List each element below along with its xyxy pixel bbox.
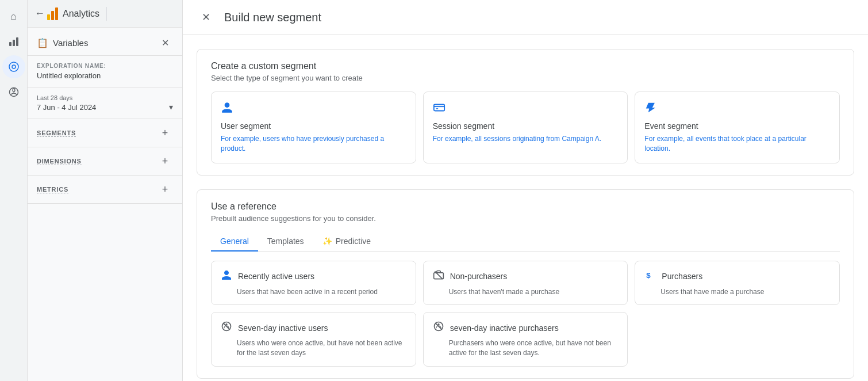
recently-active-icon [221,269,232,284]
logo-bar-1 [47,14,50,20]
svg-point-4 [12,65,16,68]
predictive-icon: ✨ [322,237,332,246]
seven-day-inactive-desc: Users who were once active, but have not… [221,338,406,358]
purchasers-header: $ Purchasers [644,269,830,284]
segments-row: SEGMENTS + [28,119,182,147]
nav-home-icon[interactable]: ⌂ [2,5,25,28]
purchasers-card[interactable]: $ Purchasers Users that have made a purc… [635,261,840,306]
dimensions-row: DIMENSIONS + [28,147,182,176]
user-segment-icon [221,101,406,117]
modal-title: Build new segment [224,11,321,24]
custom-segment-section: Create a custom segment Select the type … [197,49,854,176]
recently-active-card[interactable]: Recently active users Users that have be… [211,261,416,306]
exploration-label: EXPLORATION NAME: [37,63,173,69]
tab-predictive[interactable]: ✨ Predictive [313,232,380,252]
custom-segment-heading: Create a custom segment [211,61,840,71]
purchasers-desc: Users that have made a purchase [644,287,830,297]
user-segment-title: User segment [221,121,406,131]
variables-header: 📋 Variables ✕ [28,28,182,56]
metrics-row: METRICS + [28,176,182,204]
seven-day-inactive-header: Seven-day inactive users [221,321,406,335]
date-label: Last 28 days [37,94,173,101]
dimensions-label: DIMENSIONS [37,158,82,165]
event-segment-card[interactable]: Event segment For example, all events th… [635,92,840,163]
main-content: ✕ Build new segment Create a custom segm… [183,0,868,381]
variables-label: Variables [53,38,88,48]
svg-point-3 [9,62,18,71]
tab-templates[interactable]: Templates [258,232,313,252]
left-navigation: ⌂ [0,0,28,381]
logo-icon [47,7,58,20]
date-range-section[interactable]: Last 28 days 7 Jun - 4 Jul 2024 ▾ [28,87,182,119]
svg-text:$: $ [647,271,651,280]
modal-panel: ✕ Build new segment Create a custom segm… [183,0,868,381]
tab-general[interactable]: General [211,232,258,252]
recently-active-header: Recently active users [221,269,406,284]
svg-rect-6 [434,105,444,111]
svg-point-17 [437,323,439,325]
seven-day-inactive-purchasers-icon [433,321,444,335]
sidebar-divider [106,7,107,21]
user-segment-card[interactable]: User segment For example, users who have… [211,92,416,163]
non-purchasers-header: Non-purchasers [433,269,619,284]
logo-bar-2 [51,11,54,20]
svg-rect-1 [13,40,15,46]
nav-barchart-icon[interactable] [2,30,25,53]
variables-title: 📋 Variables [37,37,88,48]
event-segment-title: Event segment [644,121,830,131]
seven-day-inactive-purchasers-header: seven-day inactive purchasers [433,321,619,335]
session-segment-card[interactable]: Session segment For example, all session… [423,92,628,163]
sidebar-close-button[interactable]: ✕ [157,35,173,51]
date-range-text: 7 Jun - 4 Jul 2024 [37,103,96,112]
svg-point-14 [225,323,227,325]
seven-day-inactive-card[interactable]: Seven-day inactive users Users who were … [211,312,416,367]
seven-day-inactive-purchasers-desc: Purchasers who were once active, but hav… [433,338,619,358]
modal-close-button[interactable]: ✕ [197,8,215,26]
modal-header: ✕ Build new segment [183,0,868,35]
segments-add-button[interactable]: + [157,125,173,141]
session-segment-desc: For example, all sessions originating fr… [433,134,619,144]
variables-icon: 📋 [37,37,48,48]
session-segment-icon [433,101,619,117]
metrics-add-button[interactable]: + [157,181,173,197]
non-purchasers-title: Non-purchasers [450,272,508,281]
recently-active-desc: Users that have been active in a recent … [221,287,406,297]
back-button[interactable]: ← [34,7,45,20]
dimensions-add-button[interactable]: + [157,153,173,169]
seven-day-inactive-icon [221,321,232,335]
reference-subheading: Prebuilt audience suggestions for you to… [211,214,840,223]
sidebar-topbar: ← Analytics [28,0,182,28]
date-value: 7 Jun - 4 Jul 2024 ▾ [37,102,173,112]
purchasers-title: Purchasers [662,272,702,281]
seven-day-inactive-purchasers-title: seven-day inactive purchasers [450,323,559,333]
custom-segment-subheading: Select the type of segment you want to c… [211,74,840,82]
segments-label: SEGMENTS [37,129,76,137]
purchasers-icon: $ [644,269,656,284]
svg-rect-2 [16,37,18,46]
app-title: Analytics [63,9,99,19]
reference-tabs: General Templates ✨ Predictive [211,232,840,252]
non-purchasers-icon [433,269,444,284]
user-segment-desc: For example, users who have previously p… [221,134,406,154]
session-segment-title: Session segment [433,121,619,131]
reference-section: Use a reference Prebuilt audience sugges… [197,189,854,379]
modal-body: Create a custom segment Select the type … [183,35,868,381]
seven-day-inactive-title: Seven-day inactive users [238,323,328,333]
reference-cards-grid: Recently active users Users that have be… [211,261,840,367]
nav-explore-icon[interactable] [2,55,25,78]
exploration-section: EXPLORATION NAME: Untitled exploration [28,56,182,87]
chevron-down-icon: ▾ [169,102,173,112]
svg-rect-0 [9,42,11,46]
logo-bar-3 [55,7,58,20]
recently-active-title: Recently active users [238,272,314,281]
nav-audience-icon[interactable] [2,81,25,104]
sidebar: ← Analytics 📋 Variables ✕ EXPLORATION NA… [28,0,183,381]
non-purchasers-card[interactable]: Non-purchasers Users that haven't made a… [423,261,628,306]
app-logo: Analytics [47,7,99,20]
seven-day-inactive-purchasers-card[interactable]: seven-day inactive purchasers Purchasers… [423,312,628,367]
event-segment-icon [644,101,830,117]
exploration-name: Untitled exploration [37,71,173,80]
non-purchasers-desc: Users that haven't made a purchase [433,287,619,297]
metrics-label: METRICS [37,186,68,193]
event-segment-desc: For example, all events that took place … [644,134,830,154]
